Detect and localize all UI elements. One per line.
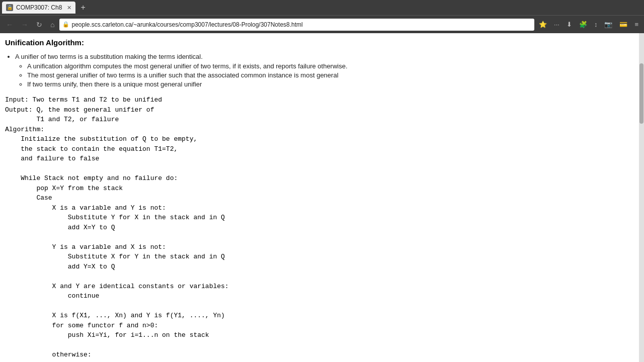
- download-icon[interactable]: ⬇: [564, 19, 575, 30]
- bullet-text-1: A unifier of two terms is a substitution…: [15, 53, 203, 60]
- refresh-button[interactable]: ↻: [33, 19, 45, 31]
- page-content: Unification Algorithm: A unifier of two …: [0, 33, 639, 362]
- tab-favicon: 🔒: [6, 4, 13, 11]
- screenshot-icon[interactable]: 📷: [602, 19, 615, 30]
- algorithm-block: Input: Two terms T1 and T2 to be unified…: [5, 95, 629, 362]
- bullet-item-1: A unifier of two terms is a substitution…: [15, 53, 629, 88]
- wallet-icon[interactable]: 💳: [617, 19, 630, 30]
- tab-bar: 🔒 COMP3007: Ch8 ✕ +: [0, 0, 644, 15]
- sync-icon[interactable]: ↕: [592, 19, 600, 30]
- back-button[interactable]: ←: [3, 19, 16, 31]
- sub-item-3: If two terms unify, then there is a uniq…: [27, 80, 629, 88]
- bookmarks-icon[interactable]: ⭐: [536, 19, 549, 30]
- nav-bar: ← → ↻ ⌂ 🔒 people.scs.carleton.ca/~arunka…: [0, 15, 644, 33]
- tab-title: COMP3007: Ch8: [16, 4, 62, 11]
- nav-right-icons: ⭐ ··· ⬇ 🧩 ↕ 📷 💳 ≡: [536, 19, 641, 30]
- extensions-icon[interactable]: 🧩: [577, 19, 590, 30]
- tab-close-button[interactable]: ✕: [67, 5, 71, 11]
- home-button[interactable]: ⌂: [47, 19, 57, 31]
- sub-item-2: The most general unifier of two terms is…: [27, 71, 629, 79]
- sub-list-1: A unification algorithm computes the mos…: [27, 62, 629, 88]
- more-tools-icon[interactable]: ···: [551, 19, 562, 30]
- new-tab-button[interactable]: +: [77, 2, 88, 13]
- lock-icon: 🔒: [62, 21, 69, 28]
- sub-item-1: A unification algorithm computes the mos…: [27, 62, 629, 70]
- url-text: people.scs.carleton.ca/~arunka/courses/c…: [71, 21, 531, 28]
- active-tab[interactable]: 🔒 COMP3007: Ch8 ✕: [2, 2, 75, 14]
- scrollbar[interactable]: [639, 33, 644, 362]
- scrollbar-thumb[interactable]: [639, 63, 643, 124]
- address-bar[interactable]: 🔒 people.scs.carleton.ca/~arunka/courses…: [59, 19, 534, 31]
- page-title: Unification Algorithm:: [5, 38, 629, 47]
- browser-content: Unification Algorithm: A unifier of two …: [0, 33, 644, 362]
- main-bullet-list: A unifier of two terms is a substitution…: [15, 53, 629, 88]
- browser-window: 🔒 COMP3007: Ch8 ✕ + ← → ↻ ⌂ 🔒 people.scs…: [0, 0, 644, 362]
- forward-button[interactable]: →: [18, 19, 31, 31]
- menu-icon[interactable]: ≡: [632, 19, 641, 30]
